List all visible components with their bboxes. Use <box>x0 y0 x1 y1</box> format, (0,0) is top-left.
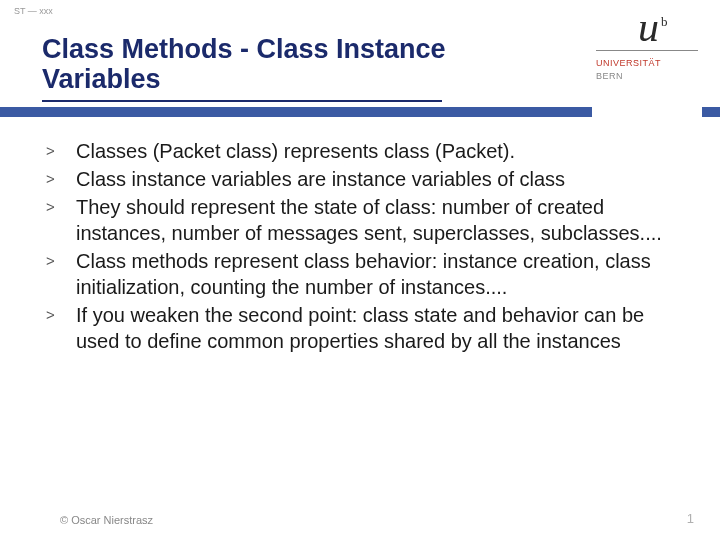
university-logo: ub UNIVERSITÄT BERN <box>592 0 702 118</box>
list-item: If you weaken the second point: class st… <box>42 302 690 354</box>
logo-text: UNIVERSITÄT BERN <box>596 57 698 82</box>
list-item: They should represent the state of class… <box>42 194 690 246</box>
logo-divider <box>596 50 698 51</box>
slide-title: Class Methods - Class Instance Variables <box>42 34 562 94</box>
bullet-list: Classes (Packet class) represents class … <box>42 138 690 354</box>
footer-page-number: 1 <box>687 511 694 526</box>
logo-u-letter: u <box>638 4 659 50</box>
slide-header: ST — xxx Class Methods - Class Instance … <box>0 0 720 120</box>
footer-copyright: © Oscar Nierstrasz <box>60 514 153 526</box>
list-item: Class instance variables are instance va… <box>42 166 690 192</box>
slide-tag: ST — xxx <box>14 6 53 16</box>
title-underline <box>42 100 442 102</box>
list-item: Class methods represent class behavior: … <box>42 248 690 300</box>
logo-line2: BERN <box>596 71 623 81</box>
logo-glyph: ub <box>638 6 698 48</box>
logo-b-letter: b <box>661 14 668 29</box>
logo-line1: UNIVERSITÄT <box>596 58 661 68</box>
slide-content: Classes (Packet class) represents class … <box>42 138 690 356</box>
list-item: Classes (Packet class) represents class … <box>42 138 690 164</box>
